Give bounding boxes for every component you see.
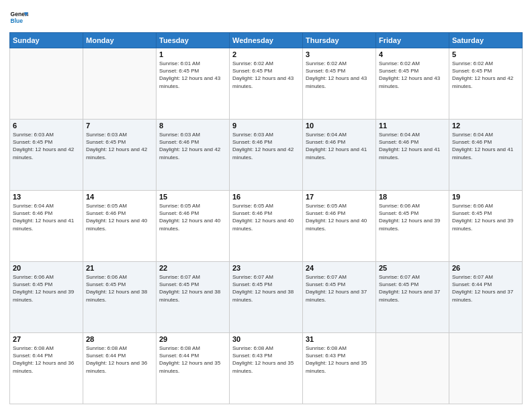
day-number: 19 [452,193,519,201]
day-number: 28 [86,335,153,343]
day-number: 4 [379,50,446,58]
calendar-week-row: 20Sunrise: 6:06 AMSunset: 6:45 PMDayligh… [10,262,523,333]
day-info: Sunrise: 6:04 AMSunset: 6:46 PMDaylight:… [379,131,446,161]
day-info: Sunrise: 6:08 AMSunset: 6:44 PMDaylight:… [159,345,226,375]
day-info: Sunrise: 6:04 AMSunset: 6:46 PMDaylight:… [306,131,373,161]
calendar-cell: 16Sunrise: 6:05 AMSunset: 6:46 PMDayligh… [230,191,303,262]
calendar-cell: 3Sunrise: 6:02 AMSunset: 6:45 PMDaylight… [303,48,376,120]
calendar-cell [376,333,449,404]
day-number: 27 [13,335,80,343]
calendar-cell: 6Sunrise: 6:03 AMSunset: 6:45 PMDaylight… [10,120,83,191]
day-number: 26 [452,264,519,272]
calendar-cell: 10Sunrise: 6:04 AMSunset: 6:46 PMDayligh… [303,120,376,191]
day-info: Sunrise: 6:03 AMSunset: 6:45 PMDaylight:… [86,131,153,161]
calendar-cell: 28Sunrise: 6:08 AMSunset: 6:44 PMDayligh… [83,333,157,404]
day-info: Sunrise: 6:07 AMSunset: 6:45 PMDaylight:… [232,273,300,304]
calendar-week-row: 27Sunrise: 6:08 AMSunset: 6:44 PMDayligh… [10,333,523,404]
calendar-day-header: Sunday [10,33,83,48]
calendar-cell: 26Sunrise: 6:07 AMSunset: 6:44 PMDayligh… [449,262,523,333]
day-number: 31 [306,335,373,343]
calendar-cell: 1Sunrise: 6:01 AMSunset: 6:45 PMDaylight… [157,48,230,120]
logo-icon: General Blue [9,8,28,27]
day-number: 5 [452,50,519,58]
day-number: 9 [232,122,300,130]
day-number: 3 [306,50,373,58]
calendar-cell: 19Sunrise: 6:06 AMSunset: 6:45 PMDayligh… [449,191,523,262]
calendar-cell: 21Sunrise: 6:06 AMSunset: 6:45 PMDayligh… [83,262,157,333]
calendar-cell: 22Sunrise: 6:07 AMSunset: 6:45 PMDayligh… [157,262,230,333]
day-number: 23 [232,264,300,272]
page: General Blue SundayMondayTuesdayWednesda… [0,0,532,411]
day-number: 29 [159,335,226,343]
day-info: Sunrise: 6:08 AMSunset: 6:44 PMDaylight:… [86,345,153,375]
day-info: Sunrise: 6:01 AMSunset: 6:45 PMDaylight:… [159,60,226,90]
calendar-cell: 25Sunrise: 6:07 AMSunset: 6:45 PMDayligh… [376,262,449,333]
day-number: 15 [159,193,226,201]
calendar-cell: 27Sunrise: 6:08 AMSunset: 6:44 PMDayligh… [10,333,83,404]
calendar-cell: 2Sunrise: 6:02 AMSunset: 6:45 PMDaylight… [230,48,303,120]
day-number: 21 [86,264,153,272]
calendar-day-header: Thursday [303,33,376,48]
day-number: 10 [306,122,373,130]
day-number: 30 [232,335,300,343]
calendar-table: SundayMondayTuesdayWednesdayThursdayFrid… [9,32,523,404]
day-info: Sunrise: 6:06 AMSunset: 6:45 PMDaylight:… [13,273,80,304]
day-number: 1 [159,50,226,58]
calendar-week-row: 13Sunrise: 6:04 AMSunset: 6:46 PMDayligh… [10,191,523,262]
day-info: Sunrise: 6:02 AMSunset: 6:45 PMDaylight:… [232,60,300,90]
day-number: 6 [13,122,80,130]
day-number: 20 [13,264,80,272]
day-info: Sunrise: 6:06 AMSunset: 6:45 PMDaylight:… [452,202,519,232]
calendar-cell: 8Sunrise: 6:03 AMSunset: 6:46 PMDaylight… [157,120,230,191]
header: General Blue [9,8,523,27]
day-info: Sunrise: 6:02 AMSunset: 6:45 PMDaylight:… [379,60,446,90]
day-info: Sunrise: 6:04 AMSunset: 6:46 PMDaylight:… [13,202,80,232]
calendar-cell: 17Sunrise: 6:05 AMSunset: 6:46 PMDayligh… [303,191,376,262]
calendar-cell: 23Sunrise: 6:07 AMSunset: 6:45 PMDayligh… [230,262,303,333]
day-info: Sunrise: 6:03 AMSunset: 6:45 PMDaylight:… [13,131,80,161]
calendar-cell: 9Sunrise: 6:03 AMSunset: 6:46 PMDaylight… [230,120,303,191]
calendar-cell: 11Sunrise: 6:04 AMSunset: 6:46 PMDayligh… [376,120,449,191]
svg-text:Blue: Blue [11,17,24,24]
day-info: Sunrise: 6:07 AMSunset: 6:45 PMDaylight:… [306,273,373,304]
day-info: Sunrise: 6:02 AMSunset: 6:45 PMDaylight:… [306,60,373,90]
calendar-cell [10,48,83,120]
calendar-header-row: SundayMondayTuesdayWednesdayThursdayFrid… [10,33,523,48]
calendar-cell: 20Sunrise: 6:06 AMSunset: 6:45 PMDayligh… [10,262,83,333]
calendar-cell: 30Sunrise: 6:08 AMSunset: 6:43 PMDayligh… [230,333,303,404]
calendar-cell: 29Sunrise: 6:08 AMSunset: 6:44 PMDayligh… [157,333,230,404]
day-info: Sunrise: 6:02 AMSunset: 6:45 PMDaylight:… [452,60,519,90]
calendar-cell [83,48,157,120]
day-info: Sunrise: 6:03 AMSunset: 6:46 PMDaylight:… [159,131,226,161]
day-info: Sunrise: 6:05 AMSunset: 6:46 PMDaylight:… [306,202,373,232]
day-number: 7 [86,122,153,130]
calendar-week-row: 1Sunrise: 6:01 AMSunset: 6:45 PMDaylight… [10,48,523,120]
day-info: Sunrise: 6:05 AMSunset: 6:46 PMDaylight:… [159,202,226,232]
calendar-cell: 4Sunrise: 6:02 AMSunset: 6:45 PMDaylight… [376,48,449,120]
day-info: Sunrise: 6:05 AMSunset: 6:46 PMDaylight:… [232,202,300,232]
logo: General Blue [9,8,31,27]
calendar-cell: 18Sunrise: 6:06 AMSunset: 6:45 PMDayligh… [376,191,449,262]
calendar-cell: 31Sunrise: 6:08 AMSunset: 6:43 PMDayligh… [303,333,376,404]
day-number: 18 [379,193,446,201]
calendar-day-header: Monday [83,33,157,48]
day-info: Sunrise: 6:06 AMSunset: 6:45 PMDaylight:… [86,273,153,304]
day-number: 12 [452,122,519,130]
day-info: Sunrise: 6:04 AMSunset: 6:46 PMDaylight:… [452,131,519,161]
day-info: Sunrise: 6:08 AMSunset: 6:43 PMDaylight:… [306,345,373,375]
calendar-cell: 15Sunrise: 6:05 AMSunset: 6:46 PMDayligh… [157,191,230,262]
day-number: 25 [379,264,446,272]
calendar-cell: 24Sunrise: 6:07 AMSunset: 6:45 PMDayligh… [303,262,376,333]
day-info: Sunrise: 6:06 AMSunset: 6:45 PMDaylight:… [379,202,446,232]
day-info: Sunrise: 6:05 AMSunset: 6:46 PMDaylight:… [86,202,153,232]
calendar-week-row: 6Sunrise: 6:03 AMSunset: 6:45 PMDaylight… [10,120,523,191]
day-number: 17 [306,193,373,201]
day-number: 22 [159,264,226,272]
day-info: Sunrise: 6:07 AMSunset: 6:45 PMDaylight:… [379,273,446,304]
day-number: 24 [306,264,373,272]
day-number: 11 [379,122,446,130]
day-info: Sunrise: 6:07 AMSunset: 6:45 PMDaylight:… [159,273,226,304]
day-number: 16 [232,193,300,201]
calendar-day-header: Tuesday [157,33,230,48]
calendar-cell: 12Sunrise: 6:04 AMSunset: 6:46 PMDayligh… [449,120,523,191]
